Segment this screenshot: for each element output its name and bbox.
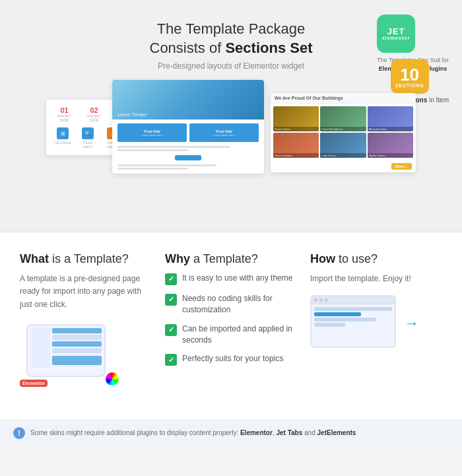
grid-item-2: Forest Residence... <box>320 106 366 131</box>
more-button[interactable]: More... <box>391 163 412 170</box>
notice-icon: ! <box>13 427 25 439</box>
how-screen <box>310 295 396 348</box>
tab-01: 01 FRONT SIDE <box>53 106 76 122</box>
check-icon-4 <box>165 354 177 366</box>
preview-middle-panel: Lorem Tempor Front Side Lorem ipsum ad a… <box>112 80 264 174</box>
card-front-2: Front Side Lorem ipsum ad a <box>189 123 259 142</box>
how-body: Import the template. Enjoy it! <box>310 273 442 285</box>
preview-area: 01 FRONT SIDE 02 FRONT SIDE 03 FRONT SID… <box>46 80 416 219</box>
preview-right-panel: We Are Proud Of Our Buildings Desert Oas… <box>271 93 416 172</box>
bottom-section: What is a Template? A template is a pre-… <box>0 232 462 420</box>
what-body: A template is a pre-designed page ready … <box>20 273 152 311</box>
check-icon-1 <box>165 273 177 285</box>
card-front-1: Front Side Lorem ipsum ad a <box>117 123 187 142</box>
grid-item-1: Desert Oasis... <box>273 106 319 131</box>
grid-item-5: Lake House... <box>320 133 366 158</box>
check-icon-2 <box>165 294 177 306</box>
how-heading-strong: How <box>310 252 335 265</box>
checklist-item-1: It is easy to use with any theme <box>165 273 297 285</box>
how-column: How to use? Import the template. Enjoy i… <box>310 252 442 387</box>
preview-text-lines <box>117 146 259 170</box>
what-illustration: Elementor <box>20 321 125 387</box>
notice-prefix: Some skins might require additional plug… <box>30 429 240 436</box>
jet-logo-text: JET <box>387 27 405 36</box>
arrow-right-icon: → <box>405 315 419 332</box>
plugin3-label: JetElements <box>317 429 356 436</box>
footer-notice: ! Some skins might require additional pl… <box>0 420 462 446</box>
checklist-text-1: It is easy to use with any theme <box>182 273 292 284</box>
grid-item-4: Promo Estates... <box>273 133 319 158</box>
title-bold-prefix: Consists of <box>150 40 226 56</box>
checklist-text-3: Can be imported and applied in seconds <box>182 323 297 346</box>
top-section: The Template Package Consists of Section… <box>0 0 462 232</box>
why-checklist: It is easy to use with any theme Needs n… <box>165 273 297 366</box>
notice-text: Some skins might require additional plug… <box>30 428 356 438</box>
elementor-logo-mini: Elementor <box>20 380 48 387</box>
how-heading-suffix: to use? <box>335 252 378 265</box>
jet-logo-sub: elementor <box>382 36 410 40</box>
checklist-item-3: Can be imported and applied in seconds <box>165 323 297 346</box>
checklist-text-2: Needs no coding skills for customization <box>182 293 297 316</box>
why-heading-strong: Why <box>165 252 190 265</box>
why-heading-suffix: a Template? <box>190 252 258 265</box>
jet-logo: JET elementor <box>377 15 415 53</box>
grid-item-3: Mountain View... <box>368 106 413 131</box>
info-grid: What is a Template? A template is a pre-… <box>20 252 442 387</box>
grid-item-6: Skyline Views... <box>368 133 413 158</box>
what-heading-strong: What <box>20 252 49 265</box>
checklist-item-2: Needs no coding skills for customization <box>165 293 297 316</box>
preview-middle-body: Front Side Lorem ipsum ad a Front Side L… <box>112 119 264 174</box>
what-heading-suffix: is a Template? <box>49 252 129 265</box>
preview-hero: Lorem Tempor <box>112 80 264 119</box>
why-column: Why a Template? It is easy to use with a… <box>165 252 297 387</box>
preview-image-grid: Desert Oasis... Forest Residence... Moun… <box>271 104 416 160</box>
tab-02: 02 FRONT SIDE <box>82 106 106 122</box>
check-icon-3 <box>165 324 177 336</box>
title-line1: The Template Package <box>157 20 306 37</box>
icon-global-search: 🔍 Global search <box>78 127 98 149</box>
preview-cards: Front Side Lorem ipsum ad a Front Side L… <box>117 123 259 142</box>
laptop-main <box>52 328 102 368</box>
title-bold: Sections Set <box>225 40 312 56</box>
subtitle: Pre-designed layouts of Elementor widget <box>158 61 304 71</box>
laptop-mockup <box>26 324 106 377</box>
preview-right-footer: More... <box>271 160 416 172</box>
color-wheel-icon <box>106 372 119 386</box>
title-area: The Template Package Consists of Section… <box>150 20 313 57</box>
laptop-sidebar <box>30 328 50 368</box>
plugin2-label: Jet Tabs <box>276 429 302 436</box>
preview-right-header: We Are Proud Of Our Buildings <box>271 93 416 104</box>
icon-tab-placing: ⊞ Tab placing <box>53 127 73 149</box>
checklist-item-4: Perfectly suits for your topics <box>165 353 297 366</box>
plugin1-label: Elementor <box>240 429 273 436</box>
how-illustration: → <box>310 295 416 361</box>
what-column: What is a Template? A template is a pre-… <box>20 252 152 387</box>
checklist-text-4: Perfectly suits for your topics <box>182 353 283 364</box>
